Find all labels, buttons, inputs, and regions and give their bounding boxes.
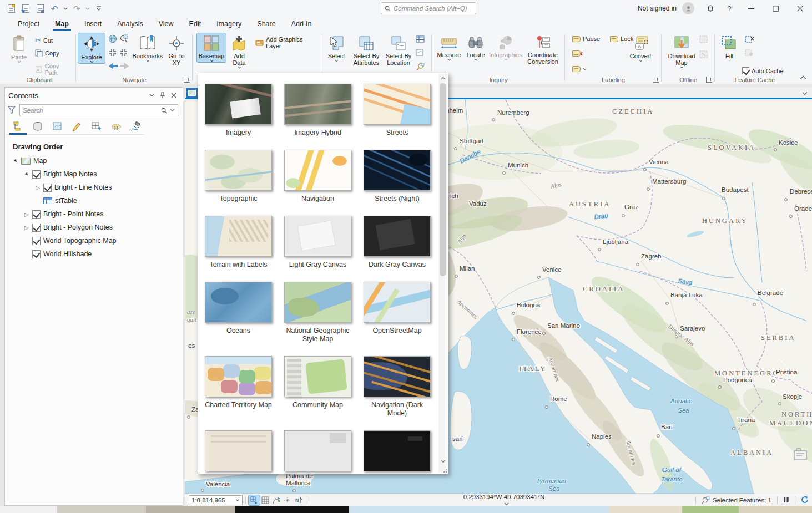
previous-extent-icon[interactable] [108, 62, 119, 72]
abort-labeling-button[interactable] [571, 50, 584, 57]
filter-icon[interactable] [7, 105, 17, 115]
basemap-option-national-geographic-style-map[interactable]: National Geographic Style Map [284, 282, 351, 343]
bookmarks-button[interactable]: Bookmarks [133, 33, 163, 62]
locate-button[interactable]: Locate [464, 33, 487, 61]
command-search-input[interactable]: Command Search (Alt+Q) [381, 2, 476, 14]
infographics-button[interactable]: Infographics [488, 33, 523, 61]
ribbon-tab-analysis[interactable]: Analysis [109, 18, 151, 31]
zoom-to-selection-icon[interactable] [119, 34, 130, 45]
scrollbar-thumb[interactable] [440, 83, 446, 276]
clear-selection-icon[interactable] [416, 49, 425, 58]
expander-expanded-icon[interactable]: ▼ [12, 157, 19, 165]
basemap-option-dark-gray-canvas[interactable]: Dark Gray Canvas [364, 216, 431, 269]
expander-collapsed-icon[interactable]: ▷ [35, 185, 41, 191]
add-data-button[interactable]: Add Data [227, 33, 251, 69]
layer-visibility-checkbox[interactable] [32, 170, 41, 179]
basemap-option-imagery-hybrid[interactable]: Imagery Hybrid [284, 84, 351, 137]
expander-collapsed-icon[interactable]: ▷ [24, 211, 29, 217]
layer-visibility-checkbox[interactable] [43, 184, 52, 192]
layer-tree-item-bright-line-notes[interactable]: ▷Bright - Line Notes [13, 181, 183, 194]
minimize-button[interactable] [739, 0, 763, 17]
close-button[interactable] [788, 0, 812, 17]
grid-toggle-button[interactable] [260, 495, 271, 505]
save-project-icon[interactable] [34, 3, 46, 14]
tab-list-by-snapping[interactable] [90, 121, 103, 134]
basemap-option-topographic[interactable]: Topographic [205, 150, 272, 203]
layer-tree-item-world-topographic-map[interactable]: World Topographic Map [13, 234, 183, 247]
ribbon-tab-view[interactable]: View [151, 18, 181, 31]
basemap-option-partial-3[interactable] [364, 430, 431, 471]
labeling-dialog-launcher-icon[interactable] [653, 77, 659, 83]
measure-button[interactable]: Measure [435, 33, 463, 61]
layer-visibility-checkbox[interactable] [32, 237, 41, 245]
pause-drawing-button[interactable] [783, 496, 789, 504]
layer-visibility-checkbox[interactable] [32, 224, 41, 232]
basemap-option-navigation[interactable]: Navigation [284, 150, 351, 203]
ribbon-tab-project[interactable]: Project [10, 18, 47, 31]
redo-chevron-icon[interactable] [85, 6, 90, 11]
more-labeling-button[interactable] [571, 65, 588, 73]
basemap-option-oceans[interactable]: Oceans [205, 282, 272, 343]
tab-list-by-drawing-order[interactable] [12, 121, 24, 134]
refresh-button[interactable] [801, 496, 809, 505]
offline-dialog-launcher-icon[interactable] [706, 77, 712, 83]
tab-list-by-labeling[interactable] [110, 121, 123, 134]
full-extent-globe-icon[interactable] [108, 34, 119, 45]
ribbon-tab-insert[interactable]: Insert [77, 18, 109, 31]
go-to-xy-button[interactable]: Go To XY [164, 33, 189, 66]
expander-expanded-icon[interactable]: ▼ [23, 170, 31, 178]
select-by-location-button[interactable]: Select By Location [384, 33, 413, 66]
pane-close-icon[interactable] [168, 90, 179, 100]
layer-tree-item-bright-map-notes[interactable]: ▼Bright Map Notes [13, 167, 183, 181]
basemap-option-terrain-with-labels[interactable]: Terrain with Labels [205, 216, 272, 269]
fixed-zoom-in-icon[interactable] [108, 48, 119, 59]
basemap-option-partial-2[interactable] [284, 430, 351, 471]
search-options-chevron-icon[interactable] [170, 109, 175, 112]
expander-collapsed-icon[interactable]: ▷ [24, 225, 29, 231]
customize-qat-icon[interactable] [93, 3, 104, 14]
view-tabs-chevron-icon[interactable] [802, 89, 808, 97]
basemap-button[interactable]: Basemap [197, 33, 226, 62]
gallery-resize-grip[interactable] [441, 467, 447, 473]
add-graphics-layer-button[interactable]: Add Graphics Layer [254, 35, 321, 50]
scale-combobox[interactable]: 1:8,814,965 [189, 495, 243, 505]
open-project-icon[interactable] [20, 3, 31, 14]
auto-cache-checkbox[interactable]: Auto Cache [740, 67, 785, 75]
attribute-table-icon[interactable] [416, 35, 425, 44]
pane-menu-chevron-icon[interactable] [146, 90, 157, 100]
selected-features-count[interactable]: Selected Features: 1 [713, 497, 771, 504]
maximize-button[interactable] [763, 0, 788, 17]
help-icon[interactable]: ? [720, 0, 739, 17]
redo-button[interactable]: ↷ [71, 3, 82, 14]
pause-labeling-button[interactable]: Pause [571, 35, 602, 43]
ribbon-tab-add-in[interactable]: Add-In [284, 18, 320, 31]
sign-in-status[interactable]: Not signed in [638, 4, 677, 12]
coordinate-conversion-button[interactable]: Coordinate Conversion [524, 33, 562, 65]
basemap-option-partial-1[interactable] [205, 430, 272, 471]
basemap-option-community-map[interactable]: Community Map [284, 356, 351, 418]
tab-list-by-selection[interactable] [51, 121, 64, 134]
navigate-dialog-launcher-icon[interactable] [184, 77, 190, 83]
layer-tree-item-bright-point-notes[interactable]: ▷Bright - Point Notes [13, 207, 183, 221]
download-map-button[interactable]: Download Map [666, 33, 697, 69]
map-view-tab[interactable] [186, 88, 198, 98]
scroll-down-icon[interactable] [438, 457, 447, 465]
select-by-attributes-button[interactable]: Select By Attributes [350, 33, 382, 66]
cancel-cache-icon[interactable] [745, 35, 754, 45]
zoom-to-selected-icon[interactable] [416, 63, 425, 73]
basemap-option-navigation-dark-mode[interactable]: Navigation (Dark Mode) [364, 356, 431, 418]
basemap-option-light-gray-canvas[interactable]: Light Gray Canvas [284, 216, 351, 269]
undo-chevron-icon[interactable] [63, 6, 68, 11]
scroll-up-icon[interactable] [438, 74, 447, 82]
copy-path-button[interactable]: wCopy Path [33, 62, 74, 77]
grid-add-button[interactable] [249, 495, 260, 505]
undo-button[interactable]: ↶ [49, 3, 60, 14]
snapping-toggle-button[interactable] [282, 495, 293, 505]
ribbon-tab-share[interactable]: Share [249, 18, 283, 31]
convert-labels-button[interactable]: A Convert [626, 33, 655, 62]
basemap-option-streets-night[interactable]: Streets (Night) [364, 150, 431, 203]
explore-button[interactable]: Explore [78, 33, 105, 63]
basemap-option-streets[interactable]: Streets [364, 84, 431, 137]
basemap-option-imagery[interactable]: Imagery [205, 84, 272, 137]
north-arrow-button[interactable]: N [293, 495, 304, 505]
